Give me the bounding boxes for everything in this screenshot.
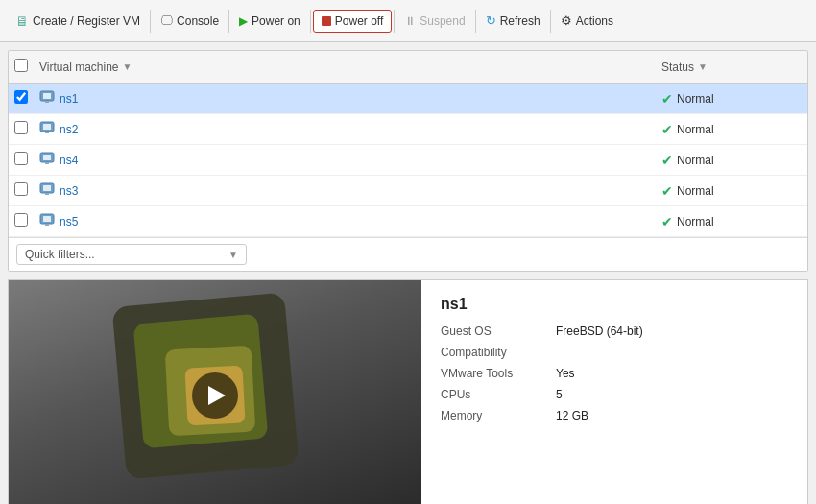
status-ok-icon: ✔ [661,183,673,199]
svg-rect-8 [45,162,49,164]
suspend-button[interactable]: ⏸ Suspend [396,11,472,32]
refresh-icon: ↻ [486,13,496,28]
svg-rect-11 [45,193,49,195]
status-column-label: Status [661,60,694,74]
suspend-label: Suspend [420,14,465,28]
vm-sort-icon: ▼ [123,61,132,72]
row-status-value: Normal [677,92,714,106]
row-status-value: Normal [677,215,714,228]
poweron-icon [239,14,248,28]
bottom-section: ns1 Guest OS FreeBSD (64-bit) Compatibil… [8,279,808,504]
svg-rect-13 [43,216,51,222]
vmware-tools-value: Yes [556,367,575,380]
divider-6 [550,10,551,33]
status-sort-icon: ▼ [698,61,708,72]
table-row[interactable]: ns2 ✔ Normal [9,114,807,145]
table-row[interactable]: ns1 ✔ Normal [9,84,807,114]
vm-row-icon [39,181,55,200]
table-row[interactable]: ns5 ✔ Normal [9,206,807,237]
row-status-value: Normal [677,123,714,136]
refresh-button[interactable]: ↻ Refresh [478,10,548,32]
status-ok-icon: ✔ [661,153,673,168]
vm-column-header[interactable]: Virtual machine ▼ [34,51,656,84]
svg-rect-14 [45,224,49,226]
row-vm-name: ns1 [60,92,78,106]
vm-row-icon [39,212,55,230]
vmware-background [9,280,421,504]
svg-rect-7 [43,155,51,160]
detail-memory: Memory 12 GB [441,409,788,422]
detail-cpus: CPUs 5 [441,388,788,401]
memory-label: Memory [441,409,556,422]
row-vm-name: ns3 [60,184,78,198]
vm-column-label: Virtual machine [39,60,119,74]
row-checkbox[interactable] [14,90,28,104]
row-vm-name-cell: ns4 [34,145,656,176]
divider-1 [150,10,151,33]
row-checkbox-cell[interactable] [9,84,34,114]
divider-2 [228,10,229,33]
row-status-value: Normal [677,184,714,198]
row-checkbox-cell[interactable] [9,114,34,145]
svg-rect-5 [45,132,49,133]
console-label: Console [177,14,219,28]
vm-thumbnail [9,280,421,504]
table-row[interactable]: ns4 ✔ Normal [9,145,807,176]
svg-rect-2 [45,101,49,103]
guest-os-label: Guest OS [441,324,556,338]
quick-filters-dropdown[interactable]: Quick filters... ▼ [16,244,247,265]
vm-row-icon [39,120,55,138]
divider-3 [310,10,311,33]
actions-label: Actions [576,14,613,28]
row-vm-name: ns5 [60,215,78,228]
row-status-cell: ✔ Normal [656,84,807,114]
row-checkbox-cell[interactable] [9,206,34,237]
row-vm-name-cell: ns2 [34,114,656,145]
quick-filters-label: Quick filters... [25,248,95,261]
refresh-label: Refresh [500,14,540,28]
create-icon: 🖥 [15,13,29,29]
vm-panel: Virtual machine ▼ Status ▼ [8,50,808,272]
row-checkbox-cell[interactable] [9,176,34,206]
quick-filters-row: Quick filters... ▼ [9,237,807,271]
row-checkbox[interactable] [14,121,28,134]
play-button[interactable] [192,372,238,419]
cpus-label: CPUs [441,388,556,401]
table-row[interactable]: ns3 ✔ Normal [9,176,807,206]
row-vm-name: ns2 [60,123,78,136]
actions-icon: ⚙ [561,13,572,28]
row-checkbox-cell[interactable] [9,145,34,176]
vm-details-panel: ns1 Guest OS FreeBSD (64-bit) Compatibil… [421,280,807,504]
row-vm-name-cell: ns1 [34,84,656,114]
select-all-header[interactable] [9,51,34,84]
row-status-cell: ✔ Normal [656,176,807,206]
status-column-header[interactable]: Status ▼ [656,51,807,84]
divider-5 [475,10,476,33]
detail-vmware-tools: VMware Tools Yes [441,367,788,380]
row-status-cell: ✔ Normal [656,114,807,145]
poweroff-button[interactable]: Power off [313,10,392,33]
row-vm-name-cell: ns3 [34,176,656,206]
row-checkbox[interactable] [14,152,28,165]
play-icon [208,386,226,405]
row-checkbox[interactable] [14,213,28,227]
divider-4 [394,10,395,33]
row-status-cell: ✔ Normal [656,145,807,176]
quick-filters-chevron-icon: ▼ [228,250,238,260]
poweron-button[interactable]: Power on [231,11,308,32]
create-register-vm-button[interactable]: 🖥 Create / Register VM [8,10,148,33]
console-button[interactable]: 🖵 Console [153,10,227,32]
svg-rect-4 [43,124,51,130]
vm-detail-name: ns1 [441,296,788,313]
status-ok-icon: ✔ [661,122,673,137]
vm-row-icon [39,89,55,108]
guest-os-value: FreeBSD (64-bit) [556,324,643,338]
actions-button[interactable]: ⚙ Actions [553,10,621,32]
console-icon: 🖵 [160,13,173,28]
row-checkbox[interactable] [14,182,28,196]
poweroff-label: Power off [335,14,383,28]
select-all-checkbox[interactable] [14,59,28,72]
svg-rect-1 [43,93,51,99]
detail-guest-os: Guest OS FreeBSD (64-bit) [441,324,788,338]
compatibility-label: Compatibility [441,346,556,359]
